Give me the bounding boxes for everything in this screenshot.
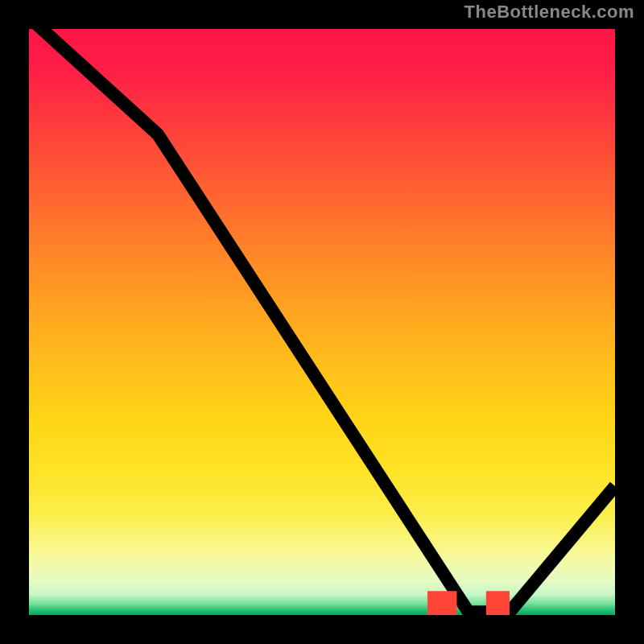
watermark-text: TheBottleneck.com (464, 2, 634, 23)
chart-overlay (29, 29, 615, 615)
series-line (29, 24, 615, 612)
chart-canvas: TheBottleneck.com (0, 0, 644, 644)
plot-area (24, 24, 620, 620)
